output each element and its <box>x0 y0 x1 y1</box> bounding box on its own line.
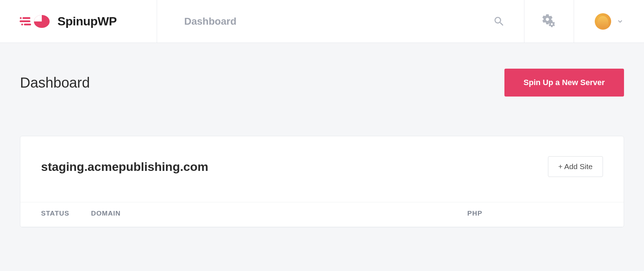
nav-dashboard-label[interactable]: Dashboard <box>184 16 236 27</box>
svg-point-5 <box>21 24 23 25</box>
avatar <box>595 13 611 30</box>
brand-area[interactable]: SpinupWP <box>0 0 157 43</box>
brand-logo: SpinupWP <box>20 14 117 29</box>
chevron-down-icon <box>617 18 623 25</box>
column-header-status: STATUS <box>41 210 91 217</box>
user-menu[interactable] <box>574 0 644 43</box>
sites-table-header: STATUS DOMAIN PHP <box>20 202 624 227</box>
settings-button[interactable] <box>524 0 574 43</box>
page-title: Dashboard <box>20 75 90 91</box>
brand-name: SpinupWP <box>57 14 117 28</box>
svg-rect-3 <box>24 24 31 25</box>
spinupwp-icon <box>20 14 52 29</box>
top-navigation: SpinupWP Dashboard <box>0 0 644 43</box>
svg-point-4 <box>20 17 22 19</box>
gear-icon <box>542 14 556 29</box>
nav-center: Dashboard <box>157 0 474 43</box>
column-header-domain: DOMAIN <box>91 210 467 217</box>
server-card: staging.acmepublishing.com + Add Site ST… <box>20 136 624 227</box>
svg-rect-1 <box>22 17 30 19</box>
search-button[interactable] <box>474 0 524 43</box>
server-name[interactable]: staging.acmepublishing.com <box>41 160 208 174</box>
column-header-php: PHP <box>467 210 603 217</box>
add-site-button[interactable]: + Add Site <box>548 156 603 177</box>
main-content: Dashboard Spin Up a New Server staging.a… <box>0 43 644 227</box>
svg-rect-2 <box>20 20 30 22</box>
server-card-header: staging.acmepublishing.com + Add Site <box>20 136 624 202</box>
spin-up-server-button[interactable]: Spin Up a New Server <box>504 69 624 97</box>
search-icon <box>493 15 505 28</box>
page-header: Dashboard Spin Up a New Server <box>20 69 624 97</box>
